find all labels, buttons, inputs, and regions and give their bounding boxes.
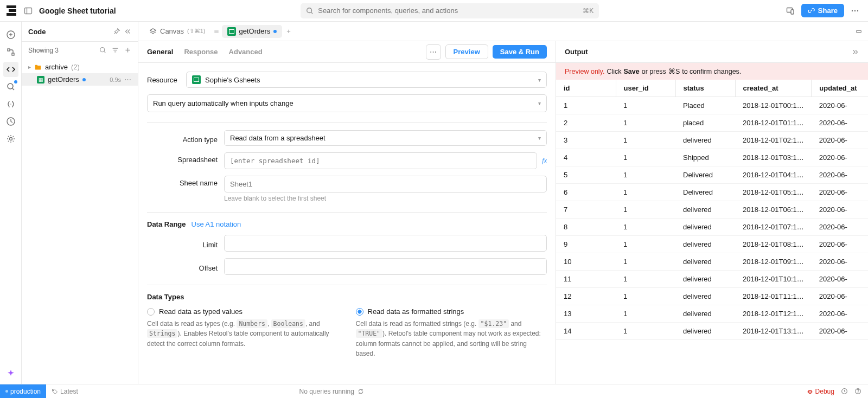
panel-toggle-icon[interactable] (24, 7, 33, 15)
device-preview-icon[interactable] (784, 4, 797, 17)
col-updated_at[interactable]: updated_at (812, 80, 868, 97)
table-row[interactable]: 21placed2018-12-01T01:1…2020-06- (556, 114, 868, 132)
svg-rect-29 (857, 30, 861, 33)
limit-label: Limit (147, 237, 218, 249)
code-panel: Code Showing 3 ▸ archive (2) ▦ (22, 22, 138, 384)
top-header: Google Sheet tutorial ⌘K Share (0, 0, 868, 22)
table-row[interactable]: 51Delivered2018-12-01T04:1…2020-06- (556, 166, 868, 184)
table-row[interactable]: 91delivered2018-12-01T08:1…2020-06- (556, 236, 868, 253)
left-rail (0, 22, 22, 384)
action-type-select[interactable]: Read data from a spreadsheet ▾ (224, 130, 547, 146)
svg-marker-25 (150, 28, 156, 31)
radio-typed[interactable]: Read data as typed values (147, 307, 339, 316)
search-input[interactable] (318, 7, 578, 15)
retool-logo[interactable] (7, 5, 17, 16)
col-status[interactable]: status (675, 80, 735, 97)
sheet-name-input[interactable] (224, 176, 547, 192)
action-type-label: Action type (147, 132, 218, 144)
col-user_id[interactable]: user_id (616, 80, 675, 97)
save-run-button[interactable]: Save & Run (493, 45, 547, 59)
table-row[interactable]: 141delivered2018-12-01T13:1…2020-06- (556, 323, 868, 340)
add-query-icon[interactable] (124, 47, 131, 54)
search-icon (306, 7, 314, 15)
etab-general[interactable]: General (147, 48, 173, 56)
filter-icon[interactable] (112, 47, 119, 54)
table-row[interactable]: 41Shipped2018-12-01T03:1…2020-06- (556, 149, 868, 166)
data-types-title: Data Types (147, 293, 184, 301)
output-collapse[interactable] (852, 48, 859, 56)
search-bar[interactable]: ⌘K (301, 3, 599, 18)
table-row[interactable]: 81delivered2018-12-01T07:1…2020-06- (556, 219, 868, 236)
rail-code[interactable] (3, 62, 18, 77)
rail-add[interactable] (3, 27, 18, 42)
share-button[interactable]: Share (801, 4, 844, 17)
table-row[interactable]: 101delivered2018-12-01T09:1…2020-06- (556, 253, 868, 271)
refresh-icon[interactable] (358, 388, 364, 395)
status-history-icon[interactable] (841, 388, 848, 395)
tab-getorders[interactable]: getOrders (222, 25, 283, 38)
svg-line-35 (808, 390, 809, 391)
status-center: No queries running (299, 388, 364, 395)
modified-dot (82, 78, 86, 81)
auto-run-select[interactable]: Run query automatically when inputs chan… (147, 94, 547, 112)
search-queries-icon[interactable] (99, 47, 106, 54)
resource-select[interactable]: Sophie's Gsheets ▾ (186, 72, 547, 88)
tree-folder-archive[interactable]: ▸ archive (2) (22, 61, 138, 73)
query-editor: General Response Advanced ⋯ Preview Save… (138, 41, 556, 384)
tabs-row: Canvas (⇧⌘1) getOrders + (138, 22, 868, 41)
formatted-desc: Cell data is read as formatted strings (… (356, 319, 547, 358)
svg-rect-13 (12, 53, 14, 55)
more-menu-icon[interactable] (848, 4, 861, 17)
svg-line-3 (311, 12, 313, 14)
table-row[interactable]: 111delivered2018-12-01T10:1…2020-06- (556, 271, 868, 288)
rail-history[interactable] (3, 114, 18, 129)
rail-branching[interactable] (3, 44, 18, 60)
tree-query-getorders[interactable]: ▦ getOrders 0.9s ⋯ (22, 73, 138, 86)
col-created_at[interactable]: created_at (735, 80, 812, 97)
output-panel: Output Preview only. Click Save or press… (556, 41, 868, 384)
table-row[interactable]: 11Placed2018-12-01T00:1…2020-06- (556, 97, 868, 114)
query-item-menu[interactable]: ⋯ (124, 75, 131, 84)
tab-drag-icon[interactable] (213, 28, 220, 35)
radio-formatted[interactable]: Read data as formatted strings (356, 307, 547, 316)
rail-ai[interactable] (3, 369, 18, 384)
svg-point-7 (854, 10, 856, 11)
showing-count: Showing 3 (28, 47, 59, 54)
limit-input[interactable] (224, 235, 547, 252)
rail-inspect[interactable] (3, 79, 18, 94)
radio-icon (356, 308, 363, 316)
col-id[interactable]: id (556, 80, 616, 97)
search-shortcut: ⌘K (583, 7, 593, 15)
table-row[interactable]: 71delivered2018-12-01T06:1…2020-06- (556, 201, 868, 219)
status-help-icon[interactable] (854, 388, 861, 395)
status-bar: production Latest No queries running Deb… (0, 384, 868, 398)
editor-more[interactable]: ⋯ (426, 44, 441, 60)
etab-response[interactable]: Response (184, 48, 218, 56)
offset-input[interactable] (224, 258, 547, 275)
table-row[interactable]: 31delivered2018-12-01T02:1…2020-06- (556, 132, 868, 149)
svg-line-19 (104, 52, 105, 53)
a1-notation-link[interactable]: Use A1 notation (192, 220, 241, 228)
env-badge[interactable]: production (0, 384, 46, 398)
preview-button[interactable]: Preview (445, 44, 488, 59)
etab-advanced[interactable]: Advanced (229, 48, 263, 56)
svg-point-30 (53, 390, 54, 391)
rail-settings[interactable] (3, 131, 18, 146)
sheet-hint: Leave blank to select the first sheet (224, 195, 547, 202)
debug-link[interactable]: Debug (807, 388, 834, 395)
version-tag[interactable]: Latest (52, 388, 78, 395)
table-row[interactable]: 61Delivered2018-12-01T05:1…2020-06- (556, 184, 868, 201)
svg-rect-5 (791, 10, 794, 14)
minimize-icon[interactable] (855, 28, 863, 35)
rail-state[interactable] (3, 97, 18, 112)
spreadsheet-input[interactable] (224, 152, 537, 169)
tab-canvas[interactable]: Canvas (⇧⌘1) (144, 25, 211, 37)
fx-toggle[interactable]: fx (542, 157, 547, 165)
table-row[interactable]: 121delivered2018-12-01T11:1…2020-06- (556, 288, 868, 305)
add-tab[interactable]: + (284, 25, 293, 37)
collapse-icon[interactable] (124, 28, 131, 35)
project-title[interactable]: Google Sheet tutorial (39, 7, 116, 15)
table-row[interactable]: 131delivered2018-12-01T12:1…2020-06- (556, 305, 868, 323)
svg-point-8 (857, 10, 858, 11)
pin-icon[interactable] (113, 28, 120, 35)
